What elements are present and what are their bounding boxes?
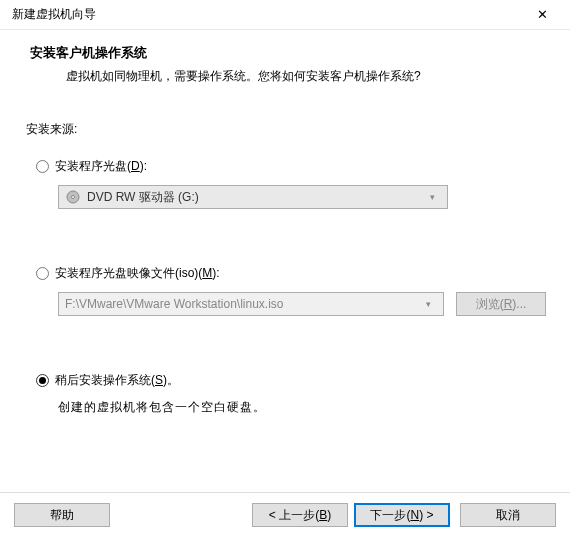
- browse-button[interactable]: 浏览(R)...: [456, 292, 546, 316]
- radio-icon: [36, 160, 49, 173]
- radio-disc-label: 安装程序光盘(D):: [55, 158, 147, 175]
- wizard-header: 安装客户机操作系统 虚拟机如同物理机，需要操作系统。您将如何安装客户机操作系统?: [0, 30, 570, 103]
- help-button[interactable]: 帮助: [14, 503, 110, 527]
- wizard-footer: 帮助 < 上一步(B) 下一步(N) > 取消: [0, 492, 570, 537]
- radio-iso[interactable]: 安装程序光盘映像文件(iso)(M):: [36, 265, 546, 282]
- svg-point-1: [72, 196, 75, 199]
- radio-iso-label: 安装程序光盘映像文件(iso)(M):: [55, 265, 220, 282]
- iso-combo-row: F:\VMware\VMware Workstation\linux.iso ▾…: [58, 292, 546, 316]
- close-button[interactable]: ✕: [522, 1, 562, 29]
- disc-drive-text: DVD RW 驱动器 (G:): [87, 189, 423, 206]
- radio-disc[interactable]: 安装程序光盘(D):: [36, 158, 546, 175]
- disc-combo-row: DVD RW 驱动器 (G:) ▾: [58, 185, 546, 209]
- option-iso-group: 安装程序光盘映像文件(iso)(M): F:\VMware\VMware Wor…: [36, 265, 546, 316]
- option-later-group: 稍后安装操作系统(S)。 创建的虚拟机将包含一个空白硬盘。: [36, 372, 546, 416]
- radio-icon: [36, 267, 49, 280]
- disc-drive-combo[interactable]: DVD RW 驱动器 (G:) ▾: [58, 185, 448, 209]
- chevron-down-icon: ▾: [419, 299, 437, 309]
- iso-path-text: F:\VMware\VMware Workstation\linux.iso: [65, 297, 419, 311]
- wizard-content: 安装来源: 安装程序光盘(D): DVD RW 驱动器 (G:) ▾ 安装程序光…: [0, 103, 570, 436]
- title-bar: 新建虚拟机向导 ✕: [0, 0, 570, 30]
- page-description: 虚拟机如同物理机，需要操作系统。您将如何安装客户机操作系统?: [66, 68, 546, 85]
- option-disc-group: 安装程序光盘(D): DVD RW 驱动器 (G:) ▾: [36, 158, 546, 209]
- radio-icon: [36, 374, 49, 387]
- later-description: 创建的虚拟机将包含一个空白硬盘。: [58, 399, 546, 416]
- page-title: 安装客户机操作系统: [30, 44, 546, 62]
- back-button[interactable]: < 上一步(B): [252, 503, 348, 527]
- iso-path-combo[interactable]: F:\VMware\VMware Workstation\linux.iso ▾: [58, 292, 444, 316]
- window-title: 新建虚拟机向导: [12, 6, 96, 23]
- radio-later[interactable]: 稍后安装操作系统(S)。: [36, 372, 546, 389]
- dvd-drive-icon: [65, 189, 81, 205]
- close-icon: ✕: [537, 7, 548, 22]
- radio-later-label: 稍后安装操作系统(S)。: [55, 372, 179, 389]
- cancel-button[interactable]: 取消: [460, 503, 556, 527]
- install-source-label: 安装来源:: [26, 121, 546, 138]
- next-button[interactable]: 下一步(N) >: [354, 503, 450, 527]
- chevron-down-icon: ▾: [423, 192, 441, 202]
- radio-selected-icon: [39, 377, 46, 384]
